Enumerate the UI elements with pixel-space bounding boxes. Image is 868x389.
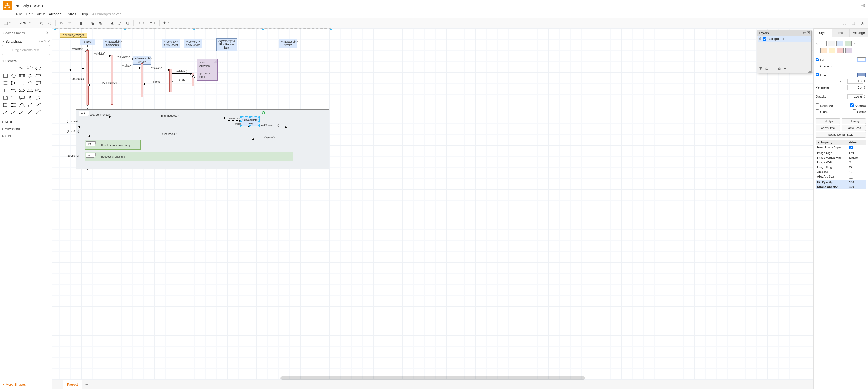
tab-page-1[interactable]: Page-1 bbox=[63, 380, 82, 389]
opt-label[interactable]: opt bbox=[79, 111, 89, 116]
shape-triangle[interactable] bbox=[10, 80, 17, 86]
message[interactable]: <<callback>> bbox=[89, 136, 250, 136]
tab-arrange[interactable]: Arrange bbox=[850, 28, 868, 37]
edit-style-button[interactable]: Edit Style bbox=[816, 118, 840, 124]
message[interactable]: <<json>> bbox=[252, 139, 287, 139]
stepper-icon[interactable]: ▲▼ bbox=[864, 86, 866, 89]
fill-color-swatch[interactable] bbox=[857, 57, 866, 62]
copy-style-button[interactable]: Copy Style bbox=[816, 125, 840, 131]
shape-cylinder[interactable] bbox=[19, 80, 25, 86]
format-panel-icon[interactable] bbox=[850, 20, 857, 26]
message[interactable]: errors bbox=[172, 82, 192, 82]
shape-roundrect[interactable] bbox=[10, 65, 17, 71]
property-row[interactable]: Image Vertical AlignMiddle bbox=[816, 155, 866, 160]
page-handle[interactable]: − bbox=[54, 28, 56, 32]
property-row[interactable]: Image Width24 bbox=[816, 160, 866, 165]
ref-tag[interactable]: ref bbox=[86, 141, 96, 146]
tab-text[interactable]: Text bbox=[832, 28, 850, 37]
fill-color-icon[interactable] bbox=[108, 20, 116, 26]
style-swatch[interactable] bbox=[820, 41, 827, 46]
minimize-icon[interactable] bbox=[803, 31, 806, 35]
layer-delete-icon[interactable] bbox=[759, 66, 763, 71]
line-color-swatch[interactable] bbox=[857, 73, 866, 77]
shape-rect[interactable] bbox=[2, 65, 9, 71]
waypoint-icon[interactable]: ▼ bbox=[147, 20, 157, 26]
shape-and[interactable] bbox=[2, 102, 9, 108]
selection-handle[interactable] bbox=[240, 116, 242, 118]
layer-export-icon[interactable] bbox=[765, 66, 769, 71]
section-uml[interactable]: ▶UML bbox=[0, 132, 52, 139]
duration[interactable] bbox=[78, 117, 79, 126]
lifeline-dialog[interactable]: :dialog bbox=[80, 39, 95, 45]
style-swatch[interactable] bbox=[845, 48, 852, 53]
line-color-icon[interactable] bbox=[116, 20, 124, 26]
message[interactable] bbox=[78, 127, 111, 127]
search-shapes-input[interactable] bbox=[2, 30, 50, 36]
section-advanced[interactable]: ▶Advanced bbox=[0, 125, 52, 132]
property-row[interactable]: Fixed Image Aspect bbox=[816, 145, 866, 150]
scratchpad-close-icon[interactable]: ✕ bbox=[48, 40, 50, 43]
page-handle[interactable]: − bbox=[54, 170, 56, 174]
rotate-handle[interactable] bbox=[262, 111, 265, 115]
layer-row[interactable]: Background bbox=[758, 36, 811, 41]
property-row[interactable]: Image Height24 bbox=[816, 165, 866, 169]
search-icon[interactable] bbox=[45, 31, 49, 35]
menu-view[interactable]: View bbox=[37, 12, 44, 16]
connection-icon[interactable]: ▼ bbox=[136, 20, 146, 26]
section-misc[interactable]: ▶Misc bbox=[0, 118, 52, 125]
layer-duplicate-icon[interactable] bbox=[777, 66, 781, 71]
shape-card[interactable] bbox=[10, 95, 17, 101]
shape-cloud[interactable] bbox=[27, 80, 34, 86]
horizontal-scrollbar[interactable] bbox=[280, 377, 585, 380]
more-shapes-button[interactable]: + More Shapes... bbox=[0, 380, 52, 389]
menu-file[interactable]: File bbox=[16, 12, 22, 16]
shape-circle[interactable] bbox=[10, 73, 17, 79]
style-swatch[interactable] bbox=[836, 41, 843, 46]
message[interactable]: <<ajax>> bbox=[114, 67, 141, 68]
activation[interactable] bbox=[192, 73, 194, 86]
shape-biline[interactable] bbox=[27, 109, 34, 115]
lifeline-gimq[interactable]: <<javascript>> :Proxy bbox=[279, 39, 297, 48]
selection-handle[interactable] bbox=[240, 124, 242, 127]
lifeline-servlet[interactable]: <<servlet>> :CVSServlet bbox=[162, 39, 180, 48]
shape-actor[interactable] bbox=[27, 95, 34, 101]
scratchpad-edit-icon[interactable]: ✎ bbox=[44, 40, 46, 43]
page-handle[interactable]: − bbox=[124, 170, 126, 174]
activation[interactable] bbox=[169, 69, 172, 92]
style-prev-icon[interactable]: ‹ bbox=[816, 41, 818, 46]
shape-trapezoid[interactable] bbox=[27, 87, 34, 93]
style-next-icon[interactable]: › bbox=[853, 41, 856, 46]
message[interactable]: validate() bbox=[69, 51, 86, 51]
selection-handle[interactable] bbox=[249, 124, 251, 127]
menu-help[interactable]: Help bbox=[80, 12, 88, 16]
opacity-input[interactable] bbox=[847, 94, 863, 99]
style-swatch[interactable] bbox=[828, 41, 835, 46]
shape-internal[interactable] bbox=[2, 87, 9, 93]
style-swatch[interactable] bbox=[837, 48, 844, 53]
scratchpad-header[interactable]: ▼Scratchpad ? + ✎ ✕ bbox=[0, 38, 52, 45]
note[interactable]: - user validation - password check bbox=[197, 59, 218, 81]
style-swatch[interactable] bbox=[829, 48, 835, 53]
stepper-icon[interactable]: ▲▼ bbox=[864, 79, 866, 83]
page-handle[interactable]: − bbox=[262, 28, 264, 32]
paste-style-button[interactable]: Paste Style bbox=[842, 125, 866, 131]
selection-handle[interactable] bbox=[240, 120, 242, 122]
shape-cube[interactable] bbox=[10, 87, 17, 93]
activation[interactable] bbox=[141, 63, 143, 98]
property-row[interactable]: Image AlignLeft bbox=[816, 150, 866, 155]
shape-square[interactable] bbox=[2, 73, 9, 79]
layers-header[interactable]: Layers bbox=[757, 30, 811, 36]
page-handle[interactable]: − bbox=[330, 170, 332, 174]
message[interactable]: <<create>> bbox=[114, 59, 133, 59]
shape-line3[interactable] bbox=[19, 109, 25, 115]
undo-icon[interactable] bbox=[58, 20, 65, 26]
message[interactable]: validate() bbox=[172, 73, 192, 74]
shape-ellipse[interactable] bbox=[35, 65, 42, 71]
shape-heading[interactable]: Heading──── bbox=[27, 65, 34, 71]
shape-or[interactable] bbox=[35, 95, 42, 101]
page-handle[interactable]: − bbox=[262, 170, 264, 174]
fill-checkbox[interactable] bbox=[816, 58, 819, 61]
shape-diamond[interactable] bbox=[27, 73, 34, 79]
shape-datastore[interactable] bbox=[10, 102, 17, 108]
app-logo[interactable] bbox=[3, 1, 12, 10]
